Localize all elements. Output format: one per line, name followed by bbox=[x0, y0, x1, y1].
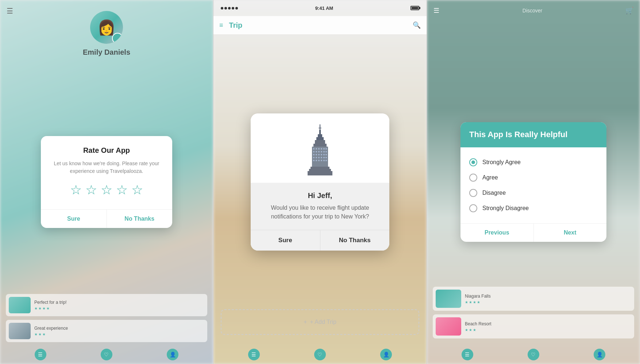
svg-rect-24 bbox=[323, 154, 325, 155]
star-1[interactable]: ☆ bbox=[70, 182, 82, 198]
notify-description: Would you like to receive flight update … bbox=[262, 204, 378, 221]
left-panel: ☰ 👩 Emily Daniels Rate Our App Let us kn… bbox=[0, 0, 213, 364]
radio-label-agree: Agree bbox=[482, 174, 498, 181]
radio-label-strongly-disagree: Strongly Disagree bbox=[482, 205, 529, 212]
radio-option-strongly-agree[interactable]: Strongly Agree bbox=[469, 155, 598, 170]
no-thanks-button-left[interactable]: No Thanks bbox=[107, 210, 173, 228]
svg-rect-40 bbox=[308, 171, 332, 175]
svg-rect-16 bbox=[318, 151, 320, 152]
svg-rect-4 bbox=[316, 137, 324, 140]
rate-app-description: Let us know how we're doing. Please rate… bbox=[52, 160, 161, 175]
previous-button[interactable]: Previous bbox=[460, 224, 533, 242]
svg-rect-9 bbox=[316, 148, 317, 150]
radio-option-strongly-disagree[interactable]: Strongly Disagree bbox=[469, 201, 598, 216]
svg-rect-18 bbox=[323, 151, 325, 152]
svg-rect-38 bbox=[311, 167, 329, 169]
svg-rect-28 bbox=[318, 157, 320, 158]
svg-rect-23 bbox=[321, 154, 322, 155]
svg-rect-12 bbox=[323, 148, 325, 150]
svg-rect-3 bbox=[318, 134, 322, 137]
svg-rect-35 bbox=[321, 160, 322, 161]
star-4[interactable]: ☆ bbox=[116, 182, 128, 198]
radio-option-agree[interactable]: Agree bbox=[469, 170, 598, 185]
svg-rect-25 bbox=[325, 154, 327, 155]
center-panel: 9:41 AM ≡ Trip 🔍 bbox=[213, 0, 427, 364]
survey-modal: This App Is Really Helpful Strongly Agre… bbox=[460, 122, 606, 242]
survey-actions: Previous Next bbox=[460, 223, 606, 242]
svg-rect-36 bbox=[323, 160, 325, 161]
notify-modal-overlay: Hi Jeff, Would you like to receive fligh… bbox=[213, 0, 427, 364]
rate-app-title: Rate Our App bbox=[52, 146, 161, 155]
survey-modal-overlay: This App Is Really Helpful Strongly Agre… bbox=[427, 0, 640, 364]
notify-sure-button[interactable]: Sure bbox=[251, 230, 320, 251]
radio-label-strongly-agree: Strongly Agree bbox=[482, 159, 521, 166]
svg-rect-2 bbox=[319, 130, 321, 134]
survey-body: Strongly Agree Agree Disagree Strongly D… bbox=[460, 147, 606, 223]
empire-state-building-icon bbox=[302, 124, 338, 175]
svg-rect-11 bbox=[321, 148, 322, 150]
next-button[interactable]: Next bbox=[533, 224, 607, 242]
notify-greeting: Hi Jeff, bbox=[262, 191, 378, 200]
svg-rect-10 bbox=[318, 148, 320, 150]
notify-modal: Hi Jeff, Would you like to receive fligh… bbox=[251, 113, 389, 251]
svg-rect-37 bbox=[325, 160, 327, 161]
svg-rect-13 bbox=[325, 148, 327, 150]
svg-rect-27 bbox=[316, 157, 317, 158]
rate-app-modal-overlay: Rate Our App Let us know how we're doing… bbox=[0, 0, 213, 364]
notify-no-thanks-button[interactable]: No Thanks bbox=[320, 230, 390, 251]
notify-modal-image-area bbox=[251, 113, 389, 183]
radio-option-disagree[interactable]: Disagree bbox=[469, 185, 598, 201]
svg-rect-39 bbox=[309, 169, 331, 171]
notify-modal-actions: Sure No Thanks bbox=[251, 230, 389, 251]
svg-rect-31 bbox=[325, 157, 327, 158]
svg-rect-21 bbox=[316, 154, 317, 155]
star-2[interactable]: ☆ bbox=[85, 182, 97, 198]
svg-rect-33 bbox=[316, 160, 317, 161]
survey-header: This App Is Really Helpful bbox=[460, 122, 606, 147]
svg-rect-32 bbox=[313, 160, 315, 161]
star-5[interactable]: ☆ bbox=[131, 182, 143, 198]
radio-label-disagree: Disagree bbox=[482, 190, 506, 196]
svg-rect-19 bbox=[325, 151, 327, 152]
svg-rect-14 bbox=[313, 151, 315, 152]
svg-rect-6 bbox=[313, 144, 327, 147]
svg-rect-5 bbox=[315, 140, 325, 144]
star-3[interactable]: ☆ bbox=[101, 182, 112, 198]
svg-rect-15 bbox=[316, 151, 317, 152]
right-panel: ☰ Discover 🛒 This App Is Really Helpful … bbox=[427, 0, 640, 364]
svg-rect-8 bbox=[313, 148, 315, 150]
svg-rect-26 bbox=[313, 157, 315, 158]
rate-app-body: Rate Our App Let us know how we're doing… bbox=[41, 136, 172, 209]
svg-rect-29 bbox=[321, 157, 322, 158]
sure-button[interactable]: Sure bbox=[41, 210, 107, 228]
notify-modal-body: Hi Jeff, Would you like to receive fligh… bbox=[251, 183, 389, 230]
radio-circle-disagree[interactable] bbox=[469, 189, 477, 197]
svg-rect-22 bbox=[318, 154, 320, 155]
svg-rect-34 bbox=[318, 160, 320, 161]
radio-circle-strongly-disagree[interactable] bbox=[469, 204, 477, 212]
rate-app-modal: Rate Our App Let us know how we're doing… bbox=[41, 136, 172, 228]
radio-circle-strongly-agree[interactable] bbox=[469, 158, 477, 166]
svg-rect-7 bbox=[312, 147, 328, 167]
radio-circle-agree[interactable] bbox=[469, 174, 477, 182]
svg-rect-17 bbox=[321, 151, 322, 152]
svg-rect-20 bbox=[313, 154, 315, 155]
rate-app-actions: Sure No Thanks bbox=[41, 209, 172, 228]
survey-title: This App Is Really Helpful bbox=[469, 129, 598, 140]
star-rating[interactable]: ☆ ☆ ☆ ☆ ☆ bbox=[52, 182, 161, 198]
svg-rect-30 bbox=[323, 157, 325, 158]
